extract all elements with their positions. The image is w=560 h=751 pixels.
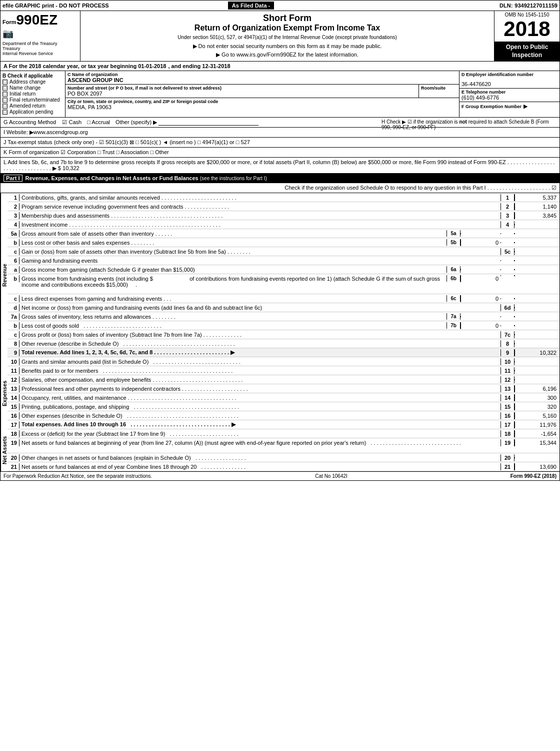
row-5c-linenum: 5c — [500, 248, 514, 255]
net-asset-rows: 18 Excess or (deficit) for the year (Sub… — [8, 429, 560, 471]
check-final-box[interactable]: □ — [2, 98, 8, 103]
row-17-num: 17 — [8, 421, 20, 428]
check-address-box[interactable]: □ — [2, 80, 8, 85]
row-20: 20 Other changes in net assets or fund b… — [8, 453, 560, 462]
tax-status-row: J Tax-exempt status (check only one) - ☑… — [0, 138, 560, 148]
dln-number: 93492127011159 — [514, 3, 558, 9]
check-amended-box[interactable]: □ — [2, 104, 8, 109]
as-filed-text: As Filed Data - — [228, 2, 274, 10]
form-subtitle: Under section 501(c), 527, or 4947(a)(1)… — [84, 35, 490, 40]
page-wrapper: efile GRAPHIC print - DO NOT PROCESS As … — [0, 0, 560, 481]
row-11-desc: Benefits paid to or for members . . . . … — [20, 367, 500, 374]
row-11: 11 Benefits paid to or for members . . .… — [8, 366, 560, 375]
row-6a: a Gross income from gaming (attach Sched… — [8, 265, 560, 274]
row-6a-num: a — [8, 266, 20, 273]
row-5a-desc: Gross amount from sale of assets other t… — [20, 230, 446, 237]
row-6d-linenum: 6d — [500, 304, 514, 311]
row-7b-num: b — [8, 322, 20, 329]
check-initial-box[interactable]: □ — [2, 92, 8, 97]
row-6b-desc: Gross income from fundraising events (no… — [20, 275, 446, 288]
row-6a-amount — [460, 269, 500, 270]
row-7a-subnum: 7a — [446, 313, 460, 320]
row-6b-num: b — [8, 275, 20, 282]
row-12-desc: Salaries, other compensation, and employ… — [20, 376, 500, 383]
row-5a-amount — [460, 233, 500, 234]
row-10-desc: Grants and similar amounts paid (list in… — [20, 358, 500, 365]
row-6c-num: c — [8, 295, 20, 302]
row-5b-desc: Less cost or other basis and sales expen… — [20, 239, 446, 246]
row-20-value — [514, 457, 560, 458]
row-18-desc: Excess or (deficit) for the year (Subtra… — [20, 430, 500, 437]
row-5b-value — [514, 242, 560, 243]
city-value: MEDIA, PA 19063 — [68, 104, 457, 110]
row-9-num: 9 — [8, 349, 20, 356]
row-6-desc: Gaming and fundraising events — [20, 257, 500, 264]
form-number-section: Form 990EZ 📷 Department of the Treasury … — [0, 11, 80, 61]
tax-year-row: A For the 2018 calendar year, or tax yea… — [0, 62, 560, 71]
paperwork-notice: For Paperwork Reduction Act Notice, see … — [4, 473, 152, 479]
address-label: Number and street (or P O box, if mail i… — [68, 86, 416, 91]
row-7b: b Less cost of goods sold . . . . . . . … — [8, 321, 560, 330]
row-15-num: 15 — [8, 403, 20, 410]
row-9: 9 Total revenue. Add lines 1, 2, 3, 4, 5… — [8, 348, 560, 357]
row-1-linenum: 1 — [500, 194, 514, 201]
row-17-linenum: 17 — [500, 421, 514, 428]
website-label: I Website: ▶www.ascendgroup.org — [4, 129, 88, 135]
acct-cash: ☑ Cash — [62, 119, 82, 125]
row-20-num: 20 — [8, 454, 20, 461]
org-name-label: C Name of organization — [68, 72, 457, 77]
row-6a-linenum — [500, 269, 514, 270]
row-21: 21 Net assets or fund balances at end of… — [8, 462, 560, 471]
row-7c-num: c — [8, 331, 20, 338]
row-12: 12 Salaries, other compensation, and emp… — [8, 375, 560, 384]
row-8-linenum: 8 — [500, 340, 514, 347]
row-6a-desc: Gross income from gaming (attach Schedul… — [20, 266, 446, 273]
org-city-row: City or town, state or province, country… — [66, 98, 459, 111]
acct-h: H Check ▶ ☑ if the organization is not r… — [382, 119, 556, 130]
room-label: Room/suite — [421, 86, 457, 91]
form-label: Form 990-EZ (2018) — [510, 473, 556, 479]
ein-value: 36-4476620 — [462, 81, 558, 87]
line-l-row: L Add lines 5b, 6c, and 7b to line 9 to … — [0, 158, 560, 174]
acct-g-label: G Accounting Method — [4, 119, 60, 125]
row-5b-num: b — [8, 239, 20, 246]
check-pending-box[interactable]: □ — [2, 110, 8, 115]
row-20-desc: Other changes in net assets or fund bala… — [20, 454, 500, 461]
form-title-section: Short Form Return of Organization Exempt… — [80, 11, 494, 61]
row-5a: 5a Gross amount from sale of assets othe… — [8, 229, 560, 238]
row-5c-desc: Gain or (loss) from sale of assets other… — [20, 248, 500, 255]
row-5a-subnum: 5a — [446, 230, 460, 237]
row-6c-linenum — [500, 298, 514, 299]
row-6-header: 6 Gaming and fundraising events — [8, 256, 560, 265]
row-7b-value — [514, 325, 560, 326]
row-2-num: 2 — [8, 203, 20, 210]
row-6c-amount: 0 — [460, 295, 500, 302]
row-10-linenum: 10 — [500, 358, 514, 365]
expense-rows: 10 Grants and similar amounts paid (list… — [8, 357, 560, 429]
row-19-linenum: 19 — [500, 439, 514, 446]
row-12-linenum: 12 — [500, 376, 514, 383]
part-i-title: Revenue, Expenses, and Changes in Net As… — [26, 175, 267, 181]
row-7c: c Gross profit or (loss) from sales of i… — [8, 330, 560, 339]
row-3: 3 Membership dues and assessments . . . … — [8, 211, 560, 220]
top-bar: efile GRAPHIC print - DO NOT PROCESS As … — [0, 0, 560, 11]
form-org-row: K Form of organization ☑ Corporation □ T… — [0, 148, 560, 158]
row-11-linenum: 11 — [500, 367, 514, 374]
row-5b-subnum: 5b — [446, 239, 460, 246]
row-14-desc: Occupancy, rent, utilities, and maintena… — [20, 394, 500, 401]
check-name-box[interactable]: □ — [2, 86, 8, 91]
form-prefix: Form — [2, 19, 16, 25]
row-5b-amount: 0 — [460, 239, 500, 246]
row-8-num: 8 — [8, 340, 20, 347]
open-to-public: Open to Public Inspection — [494, 42, 560, 61]
net-assets-section: Net Assets 18 Excess or (deficit) for th… — [0, 429, 560, 471]
url-notice: ▶ Go to www.irs.gov/Form990EZ for the la… — [84, 52, 490, 58]
main-form: Form 990EZ 📷 Department of the Treasury … — [0, 11, 560, 481]
row-3-value: 3,845 — [514, 212, 560, 219]
form-org-text: K Form of organization ☑ Corporation □ T… — [4, 149, 169, 155]
check-initial: □ Initial return — [2, 91, 63, 97]
row-1-value: 5,337 — [514, 194, 560, 201]
row-16-value: 5,160 — [514, 412, 560, 419]
row-10-num: 10 — [8, 358, 20, 365]
row-21-desc: Net assets or fund balances at end of ye… — [20, 463, 500, 470]
